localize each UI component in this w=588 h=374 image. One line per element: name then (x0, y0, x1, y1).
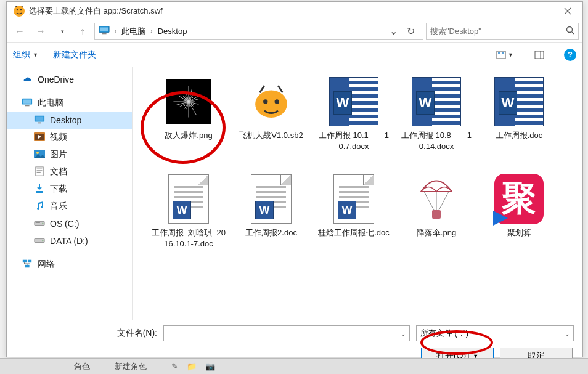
folder-icon: 📁 (187, 362, 197, 371)
pictures-icon (34, 149, 45, 161)
refresh-icon[interactable]: ↻ (402, 23, 419, 39)
recent-button[interactable]: ▾ (52, 23, 71, 40)
window-title: 选择要上载的文件自 app:/Scratch.swf (29, 6, 555, 17)
app-icon (13, 5, 25, 17)
bg-icons: ✎ 📁 📷 (171, 362, 215, 371)
sidebar-item-label: OS (C:) (50, 219, 79, 229)
addr-dropdown-icon[interactable]: ⌄ (385, 23, 402, 39)
file-thumbnail (329, 77, 378, 126)
svg-point-1 (17, 9, 18, 10)
file-open-dialog: 选择要上载的文件自 app:/Scratch.swf ← → ▾ ↑ › 此电脑… (6, 1, 583, 357)
sidebar-item-music[interactable]: 音乐 (7, 198, 132, 215)
sidebar-item-label: 下载 (50, 184, 67, 195)
sidebar-item-video[interactable]: 视频 (7, 129, 132, 146)
search-icon (566, 26, 574, 36)
file-item[interactable]: 工作周报_刘晗琪_2016.10.1-7.doc (147, 169, 230, 267)
docs-icon (34, 166, 45, 178)
sidebar-item-label: DATA (D:) (50, 236, 88, 246)
sidebar-item-docs[interactable]: 文档 (7, 163, 132, 181)
paint-icon: ✎ (171, 362, 178, 371)
help-button[interactable]: ? (564, 49, 576, 61)
search-input[interactable] (430, 26, 566, 36)
chevron-right-icon: › (115, 28, 116, 35)
filetype-select[interactable]: 所有文件 (*.*) ⌄ (416, 325, 574, 341)
svg-rect-32 (36, 240, 40, 240)
filename-input[interactable]: ⌄ (163, 325, 410, 341)
svg-rect-23 (37, 168, 43, 169)
sidebar-item-drive[interactable]: OS (C:) (7, 215, 132, 232)
sidebar-item-label: 文档 (50, 166, 67, 177)
file-thumbnail (329, 174, 378, 224)
up-button[interactable]: ↑ (73, 23, 92, 40)
svg-rect-9 (502, 52, 504, 54)
bg-label-2: 新建角色 (115, 361, 147, 372)
file-list: 敌人爆炸.png飞机大战V1.0.sb2工作周报 10.1——10.7.docx… (133, 67, 582, 320)
file-name: 工作周报.doc (481, 130, 557, 141)
caret-down-icon: ⌄ (565, 330, 570, 337)
downloads-icon (34, 184, 45, 195)
sidebar-item-pictures[interactable]: 图片 (7, 146, 132, 163)
breadcrumb-desktop[interactable]: Desktop (158, 26, 187, 36)
sidebar-item-label: 图片 (50, 149, 67, 160)
file-item[interactable]: 敌人爆炸.png (147, 72, 230, 169)
back-button[interactable]: ← (10, 23, 29, 40)
file-name: 工作周报2.doc (234, 227, 309, 238)
sidebar-item-label: 音乐 (50, 201, 67, 212)
file-name: 桂焓工作周报七.doc (316, 227, 391, 238)
sidebar-item-network[interactable]: 网络 (7, 256, 132, 273)
nav-bar: ← → ▾ ↑ › 此电脑 › Desktop ⌄ ↻ (7, 20, 582, 43)
file-item[interactable]: 飞机大战V1.0.sb2 (230, 72, 312, 169)
onedrive-icon (22, 74, 33, 86)
toolbar: 组织 ▼ 新建文件夹 ▼ ? (7, 43, 582, 67)
file-name: 聚划算 (481, 227, 557, 238)
search-box[interactable] (426, 23, 579, 40)
close-button[interactable] (555, 2, 580, 20)
svg-rect-4 (100, 27, 108, 31)
svg-point-28 (43, 222, 44, 224)
file-name: 飞机大战V1.0.sb2 (234, 130, 309, 141)
svg-point-31 (43, 240, 44, 241)
file-item[interactable]: 桂焓工作周报七.doc (312, 169, 395, 267)
file-item[interactable]: 工作周报 10.1——10.7.docx (312, 72, 395, 169)
breadcrumb-pc[interactable]: 此电脑 (121, 26, 145, 37)
sidebar-item-onedrive[interactable]: OneDrive (7, 71, 132, 88)
file-item[interactable]: 聚聚划算 (478, 169, 560, 267)
caret-down-icon: ⌄ (401, 330, 406, 337)
file-thumbnail (164, 77, 213, 126)
forward-button[interactable]: → (31, 23, 50, 40)
svg-rect-10 (535, 51, 544, 59)
pc-icon (22, 97, 33, 109)
file-item[interactable]: 工作周报2.doc (230, 169, 312, 267)
pc-icon (99, 25, 110, 38)
music-icon (34, 201, 45, 213)
svg-rect-22 (36, 166, 43, 175)
view-menu[interactable]: ▼ (495, 46, 515, 63)
desktop-icon (34, 115, 45, 126)
svg-point-6 (567, 27, 573, 33)
svg-point-62 (275, 99, 279, 104)
camera-icon: 📷 (205, 362, 215, 371)
file-thumbnail (494, 77, 544, 126)
file-item[interactable]: 降落伞.png (395, 169, 478, 267)
sidebar-item-desktop[interactable]: Desktop (7, 112, 132, 129)
address-bar[interactable]: › 此电脑 › Desktop ⌄ ↻ (94, 23, 423, 40)
file-thumbnail (247, 77, 296, 126)
sidebar-item-label: 此电脑 (38, 97, 63, 108)
file-thumbnail (412, 174, 461, 224)
new-folder-button[interactable]: 新建文件夹 (53, 49, 96, 60)
file-item[interactable]: 工作周报.doc (478, 72, 560, 169)
svg-rect-33 (23, 259, 27, 262)
file-thumbnail: 聚 (494, 174, 544, 224)
network-icon (22, 259, 33, 270)
sidebar-item-downloads[interactable]: 下载 (7, 181, 132, 198)
file-name: 降落伞.png (399, 227, 474, 238)
preview-pane-button[interactable] (529, 46, 549, 63)
organize-menu[interactable]: 组织 ▼ (13, 49, 38, 60)
svg-rect-34 (28, 259, 31, 262)
sidebar-item-label: Desktop (50, 115, 81, 125)
sidebar-item-pc[interactable]: 此电脑 (7, 94, 132, 112)
drive-icon (34, 218, 45, 230)
sidebar-item-drive[interactable]: DATA (D:) (7, 232, 132, 250)
file-thumbnail (164, 174, 213, 224)
file-item[interactable]: 工作周报 10.8——10.14.docx (395, 72, 478, 169)
